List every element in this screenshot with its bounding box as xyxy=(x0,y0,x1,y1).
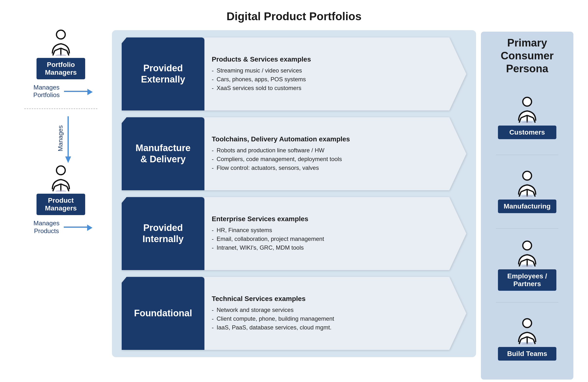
svg-marker-8 xyxy=(65,157,71,163)
product-manager-icon xyxy=(50,165,72,192)
svg-point-43 xyxy=(522,343,532,344)
list-item: Flow control: actuators, sensors, valves xyxy=(212,163,442,172)
manufacturing-icon xyxy=(516,170,538,197)
portfolio-row-1: Provided Externally Products & Services … xyxy=(122,38,466,110)
portfolio-manager-label: Portfolio Managers xyxy=(37,58,85,79)
right-column: Primary ConsumerPersona Customers xyxy=(481,32,573,380)
provided-internally-list: HR, Finance systems Email, collaboration… xyxy=(212,226,442,252)
persona-customers: Customers xyxy=(488,82,566,153)
list-item: Network and storage services xyxy=(212,306,442,314)
manufacture-delivery-content: Toolchains, Delivery Automation examples… xyxy=(204,117,449,190)
svg-point-29 xyxy=(522,195,532,197)
svg-point-36 xyxy=(522,265,532,267)
provided-externally-list: Streaming music / video services Cars, p… xyxy=(212,66,442,92)
middle-column: Digital Product Portfolios Provided Exte… xyxy=(107,10,481,357)
portfolio-row-3: Provided Internally Enterprise Services … xyxy=(122,197,466,270)
provided-externally-folder: Provided Externally xyxy=(122,38,204,110)
manufacture-delivery-folder: Manufacture & Delivery xyxy=(122,117,204,190)
provided-internally-content: Enterprise Services examples HR, Finance… xyxy=(204,197,449,270)
manufacture-delivery-arrow: Manufacture & Delivery Toolchains, Deliv… xyxy=(122,117,466,190)
svg-point-16 xyxy=(523,97,531,106)
manages-down-container: Manages xyxy=(61,116,75,165)
employees-icon xyxy=(516,240,538,267)
persona-divider-3 xyxy=(496,302,558,302)
list-item: Streaming music / video services xyxy=(212,66,442,75)
svg-point-6 xyxy=(56,54,66,56)
list-item: Compliers, code management, deployment t… xyxy=(212,155,442,163)
list-item: Intranet, WIKI's, GRC, MDM tools xyxy=(212,243,442,252)
persona-divider-1 xyxy=(496,155,558,155)
svg-point-22 xyxy=(522,121,532,123)
build-teams-label: Build Teams xyxy=(498,347,556,361)
provided-externally-arrow: Provided Externally Products & Services … xyxy=(122,38,466,110)
manufacture-delivery-title: Toolchains, Delivery Automation examples xyxy=(212,135,442,143)
manages-products-group: ManagesProducts xyxy=(34,220,88,235)
list-item: Client compute, phone, building manageme… xyxy=(212,314,442,323)
list-item: HR, Finance systems xyxy=(212,226,442,235)
separator xyxy=(24,108,97,109)
portfolios-title: Digital Product Portfolios xyxy=(227,10,362,23)
svg-point-23 xyxy=(523,171,531,180)
provided-externally-content: Products & Services examples Streaming m… xyxy=(204,38,449,110)
customers-icon xyxy=(516,96,538,123)
right-title: Primary ConsumerPersona xyxy=(488,37,566,75)
foundational-arrow: Foundational Technical Services examples… xyxy=(122,277,466,350)
list-item: IaaS, PaaS, database services, cloud mgm… xyxy=(212,323,442,332)
list-item: Robots and production line software / HW xyxy=(212,146,442,155)
persona-manufacturing: Manufacturing xyxy=(488,156,566,227)
main-container: Portfolio Managers ManagesPortfolios xyxy=(0,0,588,382)
list-item: Email, collaboration, project management xyxy=(212,235,442,243)
manages-portfolios-group: ManagesPortfolios xyxy=(33,84,88,99)
employees-label: Employees / Partners xyxy=(498,269,556,291)
provided-externally-title: Products & Services examples xyxy=(212,56,442,63)
foundational-content: Technical Services examples Network and … xyxy=(204,277,449,350)
portfolio-manager-figure: Portfolio Managers xyxy=(37,29,85,79)
list-item: XaaS services sold to customers xyxy=(212,84,442,92)
manufacture-delivery-list: Robots and production line software / HW… xyxy=(212,146,442,172)
portfolio-manager-icon xyxy=(50,29,72,56)
svg-point-0 xyxy=(57,30,65,39)
left-column: Portfolio Managers ManagesPortfolios xyxy=(15,10,107,370)
product-manager-label: Product Managers xyxy=(37,194,85,215)
provided-internally-folder: Provided Internally xyxy=(122,197,204,270)
persona-divider-2 xyxy=(496,228,558,229)
persona-build-teams: Build Teams xyxy=(488,304,566,375)
provided-internally-title: Enterprise Services examples xyxy=(212,215,442,223)
foundational-list: Network and storage services Client comp… xyxy=(212,306,442,332)
persona-employees: Employees / Partners xyxy=(488,230,566,301)
product-manager-figure: Product Managers xyxy=(37,165,85,215)
portfolios-background: Provided Externally Products & Services … xyxy=(112,30,476,357)
svg-point-37 xyxy=(523,319,531,327)
foundational-folder: Foundational xyxy=(122,277,204,350)
manages-products-label: ManagesProducts xyxy=(34,220,60,235)
svg-point-30 xyxy=(523,241,531,250)
manufacturing-label: Manufacturing xyxy=(498,200,556,213)
list-item: Cars, phones, apps, POS systems xyxy=(212,75,442,84)
build-teams-icon xyxy=(516,318,538,344)
portfolio-row-2: Manufacture & Delivery Toolchains, Deliv… xyxy=(122,117,466,190)
foundational-title: Technical Services examples xyxy=(212,295,442,303)
manages-down-label: Manages xyxy=(57,125,64,151)
provided-internally-arrow: Provided Internally Enterprise Services … xyxy=(122,197,466,270)
svg-point-9 xyxy=(57,166,65,175)
manages-portfolios-label: ManagesPortfolios xyxy=(33,84,60,99)
customers-label: Customers xyxy=(498,125,556,139)
svg-point-15 xyxy=(56,190,66,192)
portfolio-row-4: Foundational Technical Services examples… xyxy=(122,277,466,350)
